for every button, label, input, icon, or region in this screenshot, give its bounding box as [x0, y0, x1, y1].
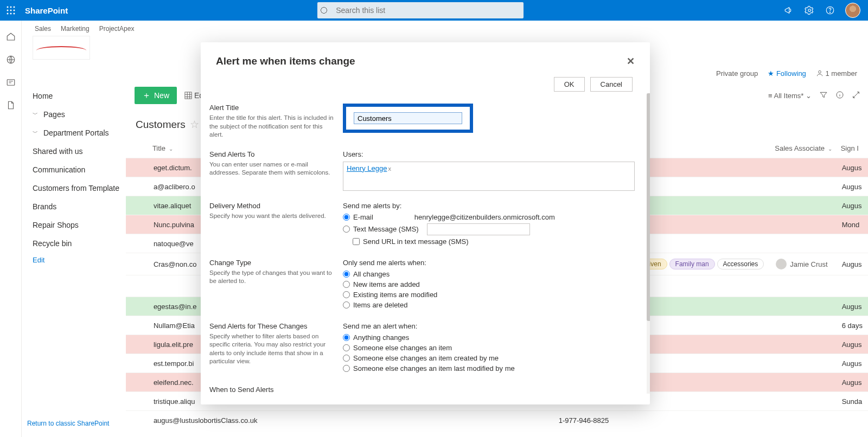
user-chip[interactable]: Henry Legge [347, 164, 387, 172]
modal-overlay: Alert me when items change ✕ OK Cancel A… [0, 0, 868, 437]
for-these-label: Send Alerts for These Changes [209, 322, 336, 330]
cancel-button[interactable]: Cancel [590, 77, 633, 92]
send-to-label: Send Alerts To [209, 150, 336, 158]
email-address: henrylegge@citizenbuilders.onmicrosoft.c… [414, 213, 555, 221]
sms-number-input[interactable] [427, 223, 530, 235]
alert-title-label: Alert Title [209, 104, 336, 112]
alert-title-input[interactable] [354, 112, 462, 124]
ft-else-radio[interactable] [343, 344, 350, 351]
alert-dialog: Alert me when items change ✕ OK Cancel A… [201, 42, 650, 404]
ct-del-radio[interactable] [343, 301, 350, 309]
ct-new-radio[interactable] [343, 281, 350, 288]
close-icon[interactable]: ✕ [627, 55, 635, 67]
ct-mod-radio[interactable] [343, 291, 350, 298]
ft-else-modified-radio[interactable] [343, 365, 350, 372]
remove-user-icon[interactable]: x [388, 165, 391, 172]
dialog-scrollbar-thumb[interactable] [647, 93, 650, 321]
alert-title-highlight [343, 104, 473, 133]
delivery-email-radio[interactable] [343, 214, 350, 221]
send-url-checkbox[interactable] [353, 238, 360, 245]
change-type-label: Change Type [209, 259, 336, 267]
dialog-title: Alert me when items change [216, 55, 355, 67]
delivery-sms-radio[interactable] [343, 226, 350, 233]
users-people-picker[interactable]: Henry Leggex [343, 162, 635, 191]
delivery-label: Delivery Method [209, 202, 336, 210]
ft-any-radio[interactable] [343, 334, 350, 341]
ft-else-created-radio[interactable] [343, 355, 350, 362]
ct-all-radio[interactable] [343, 271, 350, 278]
when-send-label: When to Send Alerts [209, 385, 336, 394]
ok-button[interactable]: OK [554, 77, 585, 92]
